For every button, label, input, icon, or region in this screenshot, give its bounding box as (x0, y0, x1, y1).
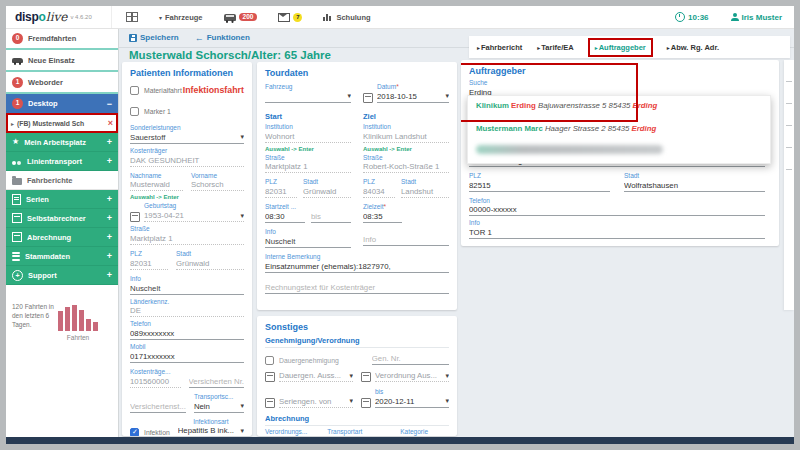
verordnungsart-field[interactable]: Verordnungs... Mietwagen▾ (265, 428, 319, 436)
chevron-down-icon[interactable]: ▾ (237, 402, 244, 410)
versichertenstatus-field[interactable]: Versichertenst... (130, 393, 186, 413)
laenderkennz-field[interactable]: Länderkennz. DE (130, 298, 244, 318)
start-strasse-field[interactable]: Straße Marktplatz 1 (265, 154, 351, 174)
kostentraeger-nr-field[interactable]: Kostenträge... 101560000 (130, 368, 181, 388)
expand-icon[interactable]: + (107, 194, 112, 204)
stadt-field[interactable]: Stadt Grünwald (176, 250, 244, 270)
verordnung-aus-field[interactable]: Verordnung Aus...▾ (361, 370, 449, 382)
save-button[interactable]: Speichern (129, 33, 179, 42)
chevron-down-icon[interactable]: ▾ (442, 92, 449, 100)
sidebar-item-support[interactable]: +Support+ (6, 266, 118, 285)
suggestion-item-redacted[interactable] (476, 145, 663, 154)
infektionsart-field[interactable]: Infektionsart Hepatitis B ink...▾ (178, 418, 244, 436)
sidebar-item-selbstabrechner[interactable]: Selbstabrechner+ (6, 209, 118, 228)
sidebar-item-desktop[interactable]: 1Desktop− (6, 94, 118, 113)
start-info-field[interactable]: Info Nuschelt (265, 228, 351, 248)
telefon-field[interactable]: Telefon 089xxxxxxxx (130, 320, 244, 340)
strasse-field[interactable]: Straße Marktplatz 1 (130, 225, 244, 245)
sonderleistungen-field[interactable]: Sonderleistungen Sauerstoff▾ (130, 124, 244, 144)
sidebar-item-neue-einsatz[interactable]: Neue Einsatz (6, 50, 118, 72)
expand-icon[interactable]: + (107, 251, 112, 261)
ziel-plz-field[interactable]: PLZ 84034 (363, 178, 395, 198)
materialfahrt-checkbox[interactable] (130, 86, 139, 95)
sidebar-item-abrechnung[interactable]: Abrechnung+ (6, 228, 118, 247)
calendar-icon[interactable] (361, 372, 371, 382)
dauergen-aus-field[interactable]: Dauergen. Auss...▾ (265, 370, 353, 382)
versicherten-nr-field[interactable]: Versicherten Nr. (189, 368, 244, 388)
calendar-icon[interactable] (130, 212, 140, 222)
expand-icon[interactable]: + (107, 137, 112, 147)
mobil-field[interactable]: Mobil 0171xxxxxxx (130, 343, 244, 363)
transportschein-field[interactable]: Transportsc... Nein▾ (194, 393, 244, 413)
geburtstag-field[interactable]: Geburtstag 1953-04-21▾ (130, 202, 244, 222)
plz-field[interactable]: PLZ 82031 (130, 250, 168, 270)
kostentraeger-field[interactable]: Kostenträger DAK GESUNDHEIT (130, 147, 244, 167)
suggestion-item[interactable]: Mustermann Marc Haager Strasse 2 85435 E… (468, 119, 770, 138)
functions-button[interactable]: ←Funktionen (195, 33, 250, 43)
ziel-info-field[interactable]: Info (363, 226, 449, 246)
kategorie-field[interactable]: Kategorie Arbeit▾ (400, 428, 449, 436)
ziel-stadt-field[interactable]: Stadt Landshut (401, 178, 449, 198)
infektion-checkbox[interactable] (130, 428, 139, 436)
expand-icon[interactable]: + (107, 232, 112, 242)
chevron-down-icon[interactable]: ▾ (237, 133, 244, 141)
fahrzeug-field[interactable]: Fahrzeug ▾ (265, 83, 351, 103)
start-institution-field[interactable]: Institution Wohnort (265, 123, 351, 143)
plz-field[interactable]: PLZ 82515 (469, 172, 610, 192)
sidebar-item-fahrberichte[interactable]: Fahrberichte (6, 171, 118, 190)
tab-abw-rg-adr[interactable]: ▸Abw. Rg. Adr. (667, 43, 719, 52)
sidebar-item-weborder[interactable]: 1Weborder (6, 72, 118, 94)
chevron-down-icon[interactable]: ▾ (442, 372, 449, 380)
zielzeit-field[interactable]: Zielzeit* 08:35 (363, 203, 402, 223)
expand-icon[interactable]: + (107, 156, 112, 166)
sidebar-item-serien[interactable]: Serien+ (6, 190, 118, 209)
nachname-field[interactable]: Nachname Musterwald (130, 172, 183, 192)
tab-tarife-ea[interactable]: ▸Tarife/EA (537, 43, 573, 52)
vehicles-status-button[interactable]: 200 (224, 13, 258, 22)
sidebar-item-fb-musterwald[interactable]: ▸(FB) Musterwald Sch× (6, 113, 118, 133)
sidebar-item-linientransport[interactable]: Linientransport+ (6, 152, 118, 171)
bis-datum-field[interactable]: bis 2020-12-11▾ (361, 388, 449, 408)
chevron-down-icon[interactable]: ▾ (344, 92, 351, 100)
ziel-institution-field[interactable]: Institution Klinikum Landshut (363, 123, 449, 143)
tab-auftraggeber[interactable]: ▸Auftraggeber (588, 38, 653, 57)
gen-nr-field[interactable]: Gen. Nr. (372, 353, 449, 365)
collapse-icon[interactable]: − (107, 99, 112, 109)
chevron-down-icon[interactable]: ▾ (346, 397, 353, 405)
transportart-field[interactable]: Transportart Sitzend (si)▾ (327, 428, 392, 436)
user-menu[interactable]: Iris Muster (731, 13, 782, 22)
telefon-field[interactable]: Telefon 00000-xxxxxx (469, 197, 765, 217)
info-field[interactable]: Info Nuschelt (130, 275, 244, 295)
sidebar-item-mein-arbeitsplatz[interactable]: ★Mein Arbeitsplatz+ (6, 133, 118, 152)
close-icon[interactable]: × (108, 118, 113, 128)
calendar-icon[interactable] (361, 398, 371, 408)
chevron-down-icon[interactable]: ▾ (237, 427, 244, 435)
fahrzeuge-dropdown[interactable]: ▾Fahrzeuge (159, 13, 203, 22)
rechnungstext-field[interactable]: Rechnungstext für Kostenträger (265, 282, 449, 294)
schulung-button[interactable]: Schulung (323, 13, 370, 22)
startzeit-field[interactable]: Startzeit ... 08:30 (265, 203, 305, 223)
vorname-field[interactable]: Vorname Schorsch (191, 172, 244, 192)
tab-fahrbericht[interactable]: ▸Fahrbericht (477, 43, 522, 52)
interne-bemerkung-field[interactable]: Interne Bemerkung Einsatznummer (ehemals… (265, 253, 449, 273)
calendar-icon[interactable] (265, 398, 275, 408)
chevron-down-icon[interactable]: ▾ (346, 372, 353, 380)
messages-button[interactable]: 7 (278, 13, 302, 22)
expand-icon[interactable]: + (107, 270, 112, 280)
chevron-down-icon[interactable]: ▾ (237, 212, 244, 220)
stadt-field[interactable]: Stadt Wolfratshausen (624, 172, 765, 192)
grid-menu-button[interactable] (126, 12, 138, 22)
start-stadt-field[interactable]: Stadt Grünwald (303, 178, 351, 198)
chevron-down-icon[interactable]: ▾ (442, 397, 449, 405)
calendar-icon[interactable] (363, 93, 373, 103)
dauergenehmigung-checkbox[interactable] (265, 356, 274, 365)
ziel-strasse-field[interactable]: Straße Robert-Koch-Straße 1 (363, 154, 449, 174)
datum-field[interactable]: Datum* 2018-10-15▾ (363, 83, 449, 103)
calendar-icon[interactable] (265, 372, 275, 382)
marker1-checkbox[interactable] (130, 107, 139, 116)
expand-icon[interactable]: + (107, 213, 112, 223)
sidebar-item-fremdfahrten[interactable]: 0Fremdfahrten (6, 28, 118, 50)
seriengen-von-field[interactable]: Seriengen. von▾ (265, 388, 353, 408)
sidebar-item-stammdaten[interactable]: Stammdaten+ (6, 247, 118, 266)
suggestion-item[interactable]: Klinikum Erding Bajuwarenstrasse 5 85435… (468, 96, 770, 115)
